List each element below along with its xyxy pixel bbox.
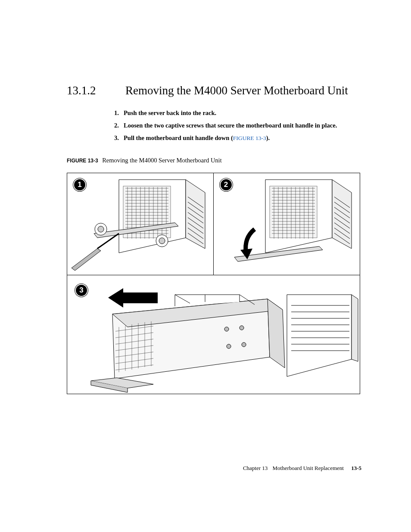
- step-text: Loosen the two captive screws that secur…: [124, 122, 337, 129]
- step-number: 3.: [114, 134, 124, 142]
- svg-point-7: [240, 326, 244, 330]
- svg-rect-5: [270, 186, 317, 238]
- figure-caption: FIGURE 13-3 Removing the M4000 Server Mo…: [67, 157, 361, 164]
- step-number: 1.: [114, 109, 124, 117]
- step-1: 1. Push the server back into the rack.: [114, 109, 361, 117]
- step-2: 2. Loosen the two captive screws that se…: [114, 122, 361, 129]
- figure-panel-2: 2: [214, 173, 360, 275]
- footer-chapter: Chapter 13: [243, 465, 268, 471]
- svg-point-2: [98, 226, 104, 232]
- section-heading: 13.1.2 Removing the M4000 Server Motherb…: [67, 84, 361, 97]
- section-title: Removing the M4000 Server Motherboard Un…: [125, 84, 348, 97]
- footer-title: Motherboard Unit Replacement: [273, 465, 344, 471]
- server-slide-out-icon: [67, 275, 359, 393]
- server-pull-handle-icon: [214, 173, 360, 274]
- figure-title: Removing the M4000 Server Motherboard Un…: [102, 157, 221, 164]
- section-number: 13.1.2: [67, 84, 125, 97]
- step-number: 2.: [114, 122, 124, 129]
- step-text-pre: Pull the motherboard unit handle down (: [124, 134, 233, 141]
- figure-panel-3: 3: [67, 275, 360, 393]
- server-loosen-screws-icon: [67, 173, 213, 274]
- step-3: 3. Pull the motherboard unit handle down…: [114, 134, 361, 142]
- step-text: Pull the motherboard unit handle down (F…: [124, 134, 270, 142]
- step-text: Push the server back into the rack.: [124, 109, 216, 117]
- figure-cross-ref-link[interactable]: FIGURE 13-3: [233, 135, 266, 141]
- svg-point-6: [224, 327, 229, 331]
- figure-illustration: 1: [67, 173, 360, 394]
- page-footer: Chapter 13 Motherboard Unit Replacement …: [243, 465, 361, 472]
- svg-point-4: [159, 238, 165, 244]
- steps-list: 1. Push the server back into the rack. 2…: [114, 109, 361, 142]
- svg-point-9: [242, 342, 246, 347]
- figure-panel-1: 1: [67, 173, 214, 275]
- step-text-post: ).: [266, 134, 270, 141]
- footer-page-number: 13-5: [351, 465, 361, 471]
- figure-label: FIGURE 13-3: [67, 158, 98, 164]
- svg-point-8: [227, 344, 231, 348]
